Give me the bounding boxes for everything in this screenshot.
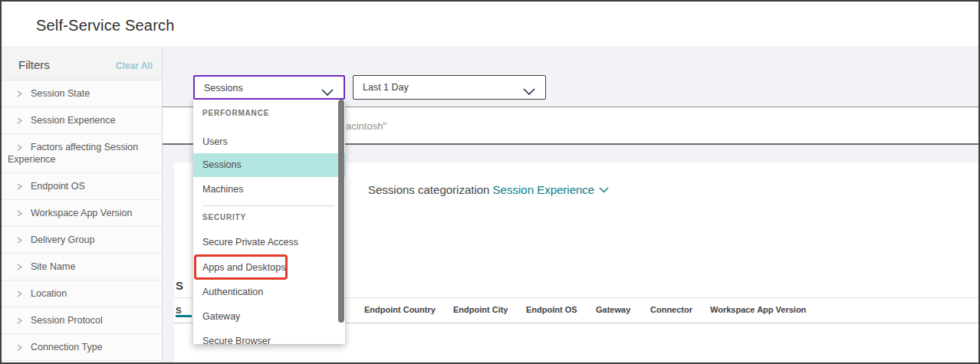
search-query-fragment: acintosh" [346, 120, 386, 132]
filter-item-endpoint-os[interactable]: Endpoint OS [2, 173, 162, 200]
sort-underline [176, 315, 192, 317]
column-header-connector[interactable]: Connector [650, 305, 692, 314]
filter-item-label: Connection Type [31, 342, 103, 353]
menu-item-gateway[interactable]: Gateway [193, 307, 345, 326]
entity-type-select[interactable]: Sessions [193, 75, 345, 100]
entity-type-dropdown-menu: PERFORMANCE Users Sessions Machines SECU… [193, 100, 345, 344]
column-header-endpoint-city[interactable]: Endpoint City [453, 305, 508, 314]
page-title: Self-Service Search [36, 17, 175, 34]
entity-type-select-value: Sessions [204, 83, 243, 93]
chevron-down-icon [523, 84, 535, 98]
menu-section-security: SECURITY [202, 213, 246, 221]
chevron-right-icon [8, 180, 31, 192]
column-header-workspace-app-version[interactable]: Workspace App Version [710, 305, 806, 314]
column-header-endpoint-os[interactable]: Endpoint OS [526, 305, 577, 314]
chevron-right-icon [8, 261, 31, 273]
filter-item-workspace-app-version[interactable]: Workspace App Version [2, 200, 162, 227]
filter-item-label: Session Protocol [31, 315, 103, 326]
chevron-down-icon [321, 85, 334, 99]
filter-item-session-state[interactable]: Session State [2, 80, 162, 107]
filters-header: Filters Clear All [2, 48, 162, 80]
filter-item-label: Delivery Group [31, 234, 94, 245]
filter-item-location[interactable]: Location [2, 280, 162, 307]
menu-item-users[interactable]: Users [193, 132, 345, 152]
chevron-right-icon [8, 287, 31, 300]
filter-item-connection-type[interactable]: Connection Type [2, 334, 162, 361]
filter-item-label: Session State [31, 88, 90, 99]
clear-all-button[interactable]: Clear All [116, 61, 153, 71]
menu-item-secure-browser[interactable]: Secure Browser [193, 331, 345, 344]
chevron-right-icon [8, 314, 31, 326]
categorization-value-link[interactable]: Session Experience [493, 183, 595, 196]
filter-item-label: Site Name [31, 261, 75, 272]
categorization-label: Sessions categorization [368, 183, 489, 196]
filter-item-launch-type[interactable]: Launch Type [2, 361, 162, 362]
time-range-select-value: Last 1 Day [363, 82, 409, 93]
filter-item-label: Workspace App Version [31, 208, 132, 218]
chevron-right-icon [8, 141, 31, 153]
menu-divider [202, 205, 334, 206]
menu-item-sessions[interactable]: Sessions [193, 153, 345, 177]
filter-item-session-experience[interactable]: Session Experience [2, 107, 162, 134]
results-heading-fragment: S [176, 279, 183, 292]
column-header-fragment[interactable]: S [176, 306, 182, 315]
filter-item-site-name[interactable]: Site Name [2, 254, 162, 280]
menu-item-secure-private-access[interactable]: Secure Private Access [193, 232, 345, 252]
column-header-endpoint-country[interactable]: Endpoint Country [364, 305, 436, 314]
app-window: Self-Service Search Filters Clear All Se… [0, 0, 980, 364]
column-header-gateway[interactable]: Gateway [596, 305, 630, 314]
dropdown-scrollbar[interactable] [338, 100, 344, 323]
filter-item-label: Endpoint OS [31, 181, 85, 192]
menu-section-performance: PERFORMANCE [202, 109, 269, 117]
filter-item-label: Location [31, 288, 67, 299]
chevron-right-icon [8, 87, 31, 100]
annotation-red-box [194, 254, 288, 280]
filter-item-factors[interactable]: Factors affecting Session Experience [2, 134, 162, 173]
sessions-categorization: Sessions categorization Session Experien… [368, 183, 609, 196]
filter-item-label: Session Experience [31, 115, 115, 126]
filters-title: Filters [18, 58, 50, 71]
menu-item-machines[interactable]: Machines [193, 179, 345, 199]
chevron-right-icon [8, 207, 31, 219]
filter-item-session-protocol[interactable]: Session Protocol [2, 307, 162, 334]
filter-item-delivery-group[interactable]: Delivery Group [2, 227, 162, 254]
menu-item-authentication[interactable]: Authentication [193, 282, 345, 302]
chevron-right-icon [8, 114, 31, 126]
time-range-select[interactable]: Last 1 Day [353, 75, 546, 100]
chevron-down-icon [599, 187, 609, 193]
chevron-right-icon [8, 341, 31, 353]
chevron-right-icon [8, 234, 31, 246]
filters-sidebar: Filters Clear All Session State Session … [2, 48, 163, 362]
page-header: Self-Service Search [2, 2, 978, 48]
